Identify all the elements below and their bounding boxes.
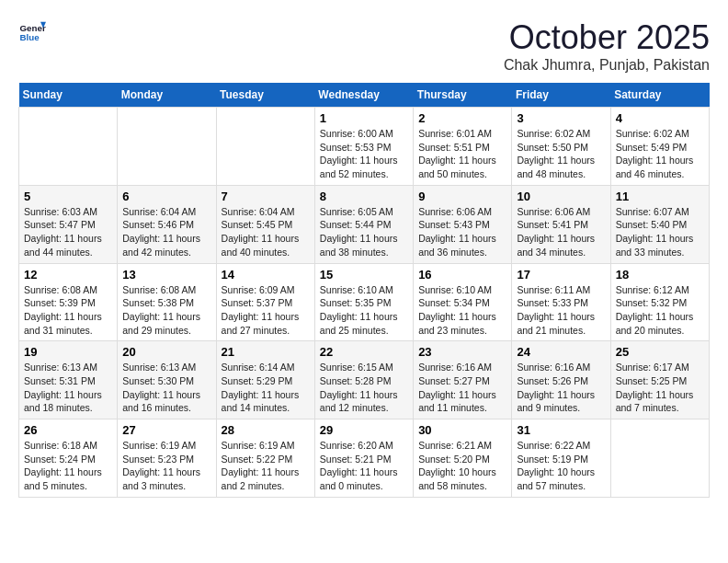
- cell-info: Sunrise: 6:08 AM Sunset: 5:39 PM Dayligh…: [24, 283, 112, 338]
- day-number: 6: [122, 190, 210, 203]
- header: General Blue October 2025 Chak Jhumra, P…: [18, 18, 710, 74]
- calendar-cell: 10Sunrise: 6:06 AM Sunset: 5:41 PM Dayli…: [512, 185, 610, 263]
- cell-info: Sunrise: 6:12 AM Sunset: 5:32 PM Dayligh…: [616, 283, 704, 338]
- calendar-cell: 27Sunrise: 6:19 AM Sunset: 5:23 PM Dayli…: [118, 419, 216, 498]
- weekday-header-wednesday: Wednesday: [314, 83, 413, 108]
- cell-info: Sunrise: 6:16 AM Sunset: 5:27 PM Dayligh…: [418, 361, 506, 415]
- day-number: 25: [616, 345, 704, 359]
- calendar-week-row: 1Sunrise: 6:00 AM Sunset: 5:53 PM Daylig…: [19, 108, 710, 186]
- cell-info: Sunrise: 6:19 AM Sunset: 5:23 PM Dayligh…: [122, 439, 210, 493]
- cell-info: Sunrise: 6:05 AM Sunset: 5:44 PM Dayligh…: [320, 205, 408, 259]
- day-number: 30: [418, 423, 506, 437]
- day-number: 19: [24, 345, 112, 359]
- day-number: 27: [122, 423, 210, 437]
- calendar-cell: 5Sunrise: 6:03 AM Sunset: 5:47 PM Daylig…: [19, 185, 118, 263]
- calendar-cell: 26Sunrise: 6:18 AM Sunset: 5:24 PM Dayli…: [19, 419, 118, 498]
- cell-info: Sunrise: 6:18 AM Sunset: 5:24 PM Dayligh…: [24, 439, 112, 493]
- day-number: 8: [320, 190, 408, 203]
- cell-info: Sunrise: 6:09 AM Sunset: 5:37 PM Dayligh…: [222, 283, 310, 338]
- logo: General Blue: [18, 18, 46, 46]
- calendar-cell: 29Sunrise: 6:20 AM Sunset: 5:21 PM Dayli…: [314, 419, 413, 498]
- day-number: 24: [517, 345, 605, 359]
- day-number: 10: [517, 190, 605, 203]
- cell-info: Sunrise: 6:04 AM Sunset: 5:45 PM Dayligh…: [222, 205, 310, 259]
- day-number: 14: [222, 268, 310, 282]
- calendar-cell: 9Sunrise: 6:06 AM Sunset: 5:43 PM Daylig…: [414, 185, 512, 263]
- cell-info: Sunrise: 6:19 AM Sunset: 5:22 PM Dayligh…: [222, 439, 310, 493]
- logo-icon: General Blue: [18, 18, 46, 46]
- day-number: 16: [418, 268, 506, 282]
- calendar-cell: 1Sunrise: 6:00 AM Sunset: 5:53 PM Daylig…: [314, 108, 413, 186]
- calendar-cell: 30Sunrise: 6:21 AM Sunset: 5:20 PM Dayli…: [414, 419, 512, 498]
- day-number: 5: [24, 190, 112, 203]
- calendar-cell: 8Sunrise: 6:05 AM Sunset: 5:44 PM Daylig…: [314, 185, 413, 263]
- day-number: 9: [418, 190, 506, 203]
- cell-info: Sunrise: 6:02 AM Sunset: 5:49 PM Dayligh…: [616, 127, 704, 181]
- day-number: 26: [24, 423, 112, 437]
- calendar-cell: 28Sunrise: 6:19 AM Sunset: 5:22 PM Dayli…: [216, 419, 314, 498]
- cell-info: Sunrise: 6:07 AM Sunset: 5:40 PM Dayligh…: [616, 205, 704, 259]
- calendar-cell: [216, 108, 314, 186]
- month-title: October 2025: [504, 18, 710, 57]
- calendar-cell: 23Sunrise: 6:16 AM Sunset: 5:27 PM Dayli…: [414, 341, 512, 419]
- calendar-table: SundayMondayTuesdayWednesdayThursdayFrid…: [18, 83, 710, 498]
- cell-info: Sunrise: 6:04 AM Sunset: 5:46 PM Dayligh…: [122, 205, 210, 259]
- weekday-header-saturday: Saturday: [610, 83, 709, 108]
- day-number: 22: [320, 345, 408, 359]
- day-number: 20: [122, 345, 210, 359]
- svg-text:Blue: Blue: [20, 32, 40, 42]
- calendar-cell: 3Sunrise: 6:02 AM Sunset: 5:50 PM Daylig…: [512, 108, 610, 186]
- calendar-cell: 21Sunrise: 6:14 AM Sunset: 5:29 PM Dayli…: [216, 341, 314, 419]
- cell-info: Sunrise: 6:17 AM Sunset: 5:25 PM Dayligh…: [616, 361, 704, 415]
- day-number: 21: [222, 345, 310, 359]
- day-number: 3: [517, 111, 605, 125]
- calendar-cell: 19Sunrise: 6:13 AM Sunset: 5:31 PM Dayli…: [19, 341, 118, 419]
- calendar-week-row: 26Sunrise: 6:18 AM Sunset: 5:24 PM Dayli…: [19, 419, 710, 498]
- calendar-cell: [19, 108, 118, 186]
- day-number: 29: [320, 423, 408, 437]
- calendar-cell: 18Sunrise: 6:12 AM Sunset: 5:32 PM Dayli…: [610, 263, 709, 341]
- cell-info: Sunrise: 6:06 AM Sunset: 5:43 PM Dayligh…: [418, 205, 506, 259]
- calendar-cell: 14Sunrise: 6:09 AM Sunset: 5:37 PM Dayli…: [216, 263, 314, 341]
- cell-info: Sunrise: 6:01 AM Sunset: 5:51 PM Dayligh…: [418, 127, 506, 181]
- day-number: 28: [222, 423, 310, 437]
- calendar-cell: 22Sunrise: 6:15 AM Sunset: 5:28 PM Dayli…: [314, 341, 413, 419]
- cell-info: Sunrise: 6:13 AM Sunset: 5:31 PM Dayligh…: [24, 361, 112, 415]
- location-title: Chak Jhumra, Punjab, Pakistan: [504, 57, 710, 74]
- calendar-cell: 11Sunrise: 6:07 AM Sunset: 5:40 PM Dayli…: [610, 185, 709, 263]
- calendar-cell: 12Sunrise: 6:08 AM Sunset: 5:39 PM Dayli…: [19, 263, 118, 341]
- weekday-header-tuesday: Tuesday: [216, 83, 314, 108]
- cell-info: Sunrise: 6:22 AM Sunset: 5:19 PM Dayligh…: [517, 439, 605, 493]
- cell-info: Sunrise: 6:00 AM Sunset: 5:53 PM Dayligh…: [320, 127, 408, 181]
- calendar-cell: 15Sunrise: 6:10 AM Sunset: 5:35 PM Dayli…: [314, 263, 413, 341]
- cell-info: Sunrise: 6:21 AM Sunset: 5:20 PM Dayligh…: [418, 439, 506, 493]
- cell-info: Sunrise: 6:10 AM Sunset: 5:34 PM Dayligh…: [418, 283, 506, 338]
- cell-info: Sunrise: 6:20 AM Sunset: 5:21 PM Dayligh…: [320, 439, 408, 493]
- calendar-cell: 25Sunrise: 6:17 AM Sunset: 5:25 PM Dayli…: [610, 341, 709, 419]
- cell-info: Sunrise: 6:10 AM Sunset: 5:35 PM Dayligh…: [320, 283, 408, 338]
- calendar-cell: 13Sunrise: 6:08 AM Sunset: 5:38 PM Dayli…: [118, 263, 216, 341]
- day-number: 1: [320, 111, 408, 125]
- day-number: 11: [616, 190, 704, 203]
- calendar-week-row: 5Sunrise: 6:03 AM Sunset: 5:47 PM Daylig…: [19, 185, 710, 263]
- calendar-cell: [610, 419, 709, 498]
- day-number: 4: [616, 111, 704, 125]
- day-number: 15: [320, 268, 408, 282]
- calendar-week-row: 19Sunrise: 6:13 AM Sunset: 5:31 PM Dayli…: [19, 341, 710, 419]
- calendar-cell: 7Sunrise: 6:04 AM Sunset: 5:45 PM Daylig…: [216, 185, 314, 263]
- day-number: 31: [517, 423, 605, 437]
- weekday-header-monday: Monday: [118, 83, 216, 108]
- cell-info: Sunrise: 6:13 AM Sunset: 5:30 PM Dayligh…: [122, 361, 210, 415]
- cell-info: Sunrise: 6:16 AM Sunset: 5:26 PM Dayligh…: [517, 361, 605, 415]
- weekday-header-thursday: Thursday: [414, 83, 512, 108]
- weekday-header-friday: Friday: [512, 83, 610, 108]
- day-number: 13: [122, 268, 210, 282]
- weekday-header-row: SundayMondayTuesdayWednesdayThursdayFrid…: [19, 83, 710, 108]
- calendar-cell: 16Sunrise: 6:10 AM Sunset: 5:34 PM Dayli…: [414, 263, 512, 341]
- calendar-cell: 31Sunrise: 6:22 AM Sunset: 5:19 PM Dayli…: [512, 419, 610, 498]
- cell-info: Sunrise: 6:14 AM Sunset: 5:29 PM Dayligh…: [222, 361, 310, 415]
- calendar-cell: 2Sunrise: 6:01 AM Sunset: 5:51 PM Daylig…: [414, 108, 512, 186]
- day-number: 18: [616, 268, 704, 282]
- day-number: 7: [222, 190, 310, 203]
- cell-info: Sunrise: 6:15 AM Sunset: 5:28 PM Dayligh…: [320, 361, 408, 415]
